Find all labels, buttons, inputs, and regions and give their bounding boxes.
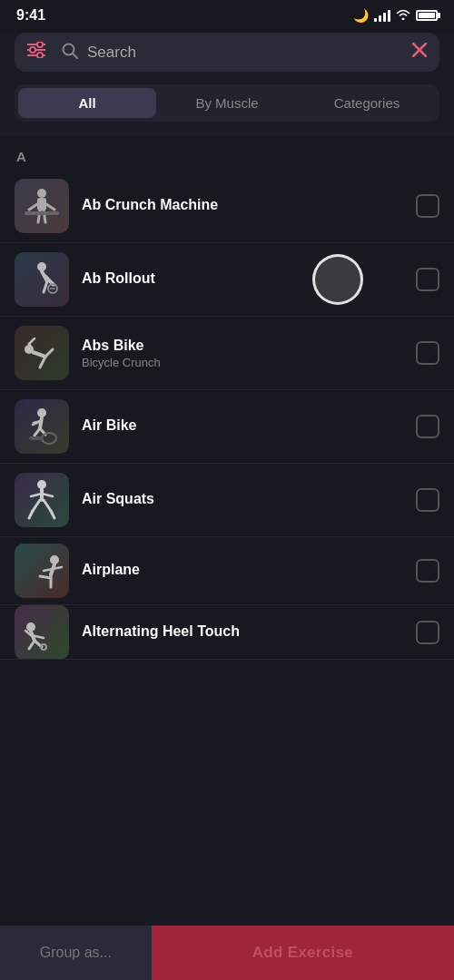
exercise-name: Alternating Heel Touch [82,623,403,640]
moon-icon: 🌙 [353,8,369,23]
svg-line-42 [33,500,40,511]
exercise-info: Air Squats [82,491,403,509]
svg-point-10 [37,189,46,198]
exercise-list: Ab Crunch Machine Ab Rollout [0,170,454,660]
close-icon[interactable] [412,43,427,62]
filter-icon[interactable] [27,42,45,63]
exercise-checkbox[interactable] [416,341,439,365]
bottom-bar: Group as... Add Exercise [0,926,454,980]
exercise-name: Ab Rollout [82,270,403,287]
exercise-checkbox[interactable] [416,621,439,644]
exercise-name: Air Bike [82,417,403,434]
svg-line-26 [45,349,53,357]
svg-line-51 [40,576,51,578]
exercise-info: Alternating Heel Touch [82,623,403,642]
section-letter-a: A [0,136,454,170]
exercise-item-abs-bike[interactable]: Abs Bike Bicycle Crunch [0,317,454,390]
svg-line-13 [46,204,54,210]
add-exercise-button[interactable]: Add Exercise [152,926,454,980]
svg-line-54 [29,641,35,649]
svg-line-27 [40,357,45,368]
status-bar: 9:41 🌙 [0,0,454,27]
svg-point-3 [37,42,43,47]
battery-icon [416,10,438,21]
exercise-subtitle: Bicycle Crunch [82,356,403,369]
exercise-item-air-squats[interactable]: Air Squats [0,464,454,537]
svg-line-29 [29,338,35,344]
svg-line-45 [51,511,54,518]
exercise-thumb [15,326,69,380]
exercise-name: Air Squats [82,491,403,507]
tab-bar: All By Muscle Categories [15,84,439,122]
exercise-checkbox[interactable] [416,488,439,512]
search-icon [62,43,78,63]
svg-point-58 [41,644,46,650]
exercise-thumb [15,473,69,527]
search-placeholder[interactable]: Search [87,44,403,62]
exercise-thumb [15,605,69,660]
exercise-info: Airplane [82,562,403,580]
group-as-button[interactable]: Group as... [0,926,152,980]
exercise-thumb [15,399,69,454]
exercise-checkbox[interactable] [416,268,439,291]
exercise-item-alternating-heel-touch[interactable]: Alternating Heel Touch [0,605,454,660]
exercise-checkbox[interactable] [416,415,439,438]
exercise-name: Ab Crunch Machine [82,197,403,213]
exercise-info: Ab Rollout [82,270,403,289]
exercise-item-ab-rollout[interactable]: Ab Rollout [0,243,454,317]
exercise-info: Abs Bike Bicycle Crunch [82,338,403,369]
svg-line-31 [40,417,42,428]
exercise-item-airplane[interactable]: Airplane [0,537,454,605]
svg-line-12 [29,204,37,210]
tab-all[interactable]: All [18,88,156,118]
svg-line-25 [33,352,45,357]
svg-line-43 [29,511,33,518]
exercise-checkbox[interactable] [416,559,439,583]
tab-categories[interactable]: Categories [298,88,436,118]
svg-line-7 [73,54,77,58]
exercise-name: Airplane [82,562,403,578]
exercise-thumb [15,179,69,233]
svg-point-5 [37,53,43,58]
top-overlay: Search All By Muscle Categories [0,33,454,136]
exercise-info: Ab Crunch Machine [82,197,403,215]
signal-icon [374,9,390,22]
exercise-item-ab-crunch-machine[interactable]: Ab Crunch Machine [0,170,454,243]
svg-point-36 [42,433,56,444]
exercise-thumb [15,252,69,307]
exercise-name: Abs Bike [82,338,403,354]
status-time: 9:41 [16,7,45,24]
svg-rect-16 [25,211,59,215]
svg-rect-37 [29,436,44,440]
exercise-info: Air Bike [82,417,403,436]
svg-point-4 [30,47,35,53]
exercise-thumb [15,544,69,598]
svg-line-44 [44,500,51,511]
exercise-item-air-bike[interactable]: Air Bike [0,390,454,464]
wifi-icon [396,9,410,23]
search-bar: Search [15,33,439,72]
exercise-checkbox[interactable] [416,194,439,218]
status-icons: 🌙 [353,8,438,23]
tab-by-muscle[interactable]: By Muscle [158,88,296,118]
svg-line-21 [44,281,47,292]
